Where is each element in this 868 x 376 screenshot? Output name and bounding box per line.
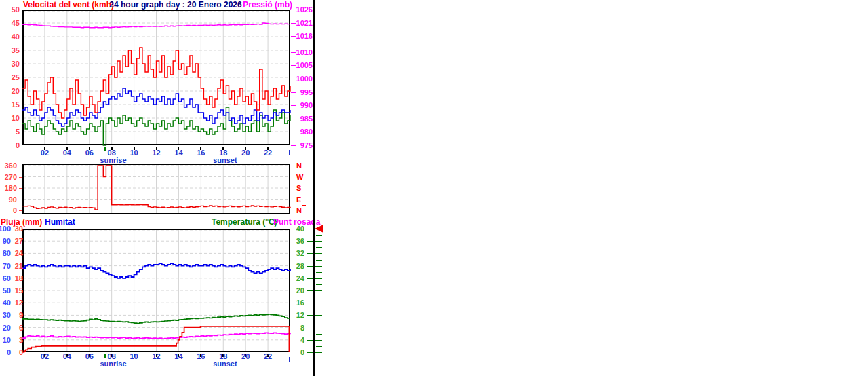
wind-speed-tick-label: 5 (16, 128, 20, 136)
humidity-tick-label: 50 (3, 286, 11, 295)
wind-speed-tick-label: 35 (12, 46, 20, 54)
wind-pressure-plot (22, 10, 290, 145)
rain-tick-label: 12 (15, 299, 23, 307)
x-tick-label: 20 (241, 149, 250, 157)
pressure-tick-label: 1010 (296, 48, 313, 56)
temperature-minor-tick (316, 297, 322, 297)
temperature-tick-label: 12 (296, 311, 304, 319)
rain-tick-label: 21 (15, 262, 23, 270)
wind-axis-title: Velocitat del vent (kmh) (23, 1, 114, 10)
wind-speed-tick-label: 15 (12, 100, 20, 109)
temperature-tick-label: 20 (296, 286, 304, 295)
direction-tick (19, 188, 22, 189)
pressure-axis-title: Pressió (mb) (243, 1, 292, 10)
pressure-tick (291, 92, 296, 93)
x-tick-label: 14 (174, 352, 182, 360)
direction-tick-label: 360 (5, 162, 17, 170)
temperature-minor-tick (316, 334, 322, 335)
wind-speed-tick-label: 25 (12, 73, 20, 81)
temperature-tick-label: 28 (296, 262, 304, 270)
direction-tick-label: 180 (5, 184, 17, 192)
pressure-tick (291, 52, 296, 53)
pressure-tick (291, 36, 296, 37)
temperature-tick-label: 16 (296, 299, 304, 307)
pressure-tick-label: 1026 (296, 5, 313, 14)
direction-tick (19, 177, 22, 178)
wind-speed-tick-label: 40 (12, 33, 20, 41)
humidity-tick-label: 70 (3, 262, 11, 270)
graph-title: 24 hour graph day : 20 Enero 2026 (109, 1, 241, 10)
sunrise-label: sunrise (100, 360, 126, 368)
pressure-tick (291, 79, 296, 79)
x-tick-label: 16 (197, 149, 205, 157)
sunset-label: sunset (213, 156, 237, 164)
rain-tick-label: 24 (15, 249, 23, 257)
rain-tick-label: 6 (19, 324, 23, 332)
rain-tick-label: 27 (15, 237, 23, 245)
rain-tick-label: 3 (19, 336, 23, 344)
temperature-tick-label: 24 (296, 274, 304, 282)
axis-end-mark (289, 357, 290, 362)
direction-tick-label: 90 (9, 195, 17, 204)
temperature-tick-label: 40 (296, 225, 304, 233)
temperature-minor-tick (316, 260, 322, 261)
temperature-tick-label: 0 (300, 348, 304, 356)
humidity-tick-label: 0 (7, 348, 11, 356)
temperature-tick-label: 4 (300, 336, 304, 344)
x-tick-label: 04 (63, 149, 71, 157)
rain-tick-label: 0 (19, 348, 23, 356)
temperature-minor-tick (316, 322, 322, 322)
temperature-minor-tick (316, 272, 322, 273)
pressure-tick-label: 990 (300, 101, 313, 109)
humidity-legend-label: Humitat (45, 218, 75, 227)
humidity-tick-label: 20 (3, 324, 11, 332)
wind-speed-tick-label: 45 (12, 19, 20, 27)
pressure-tick (291, 65, 296, 66)
humidity-tick-label: 80 (3, 249, 11, 257)
compass-label-n: N (296, 206, 302, 214)
temperature-legend-label: Temperatura (°C) (212, 218, 277, 227)
pressure-tick-label: 995 (300, 88, 313, 96)
x-tick-label: 16 (197, 352, 205, 360)
pressure-tick (291, 10, 296, 10)
rain-tick-label: 9 (19, 311, 23, 319)
humidity-tick-label: 90 (3, 237, 11, 245)
sunrise-tick (104, 147, 106, 151)
temperature-minor-tick (316, 284, 322, 285)
pressure-tick (291, 23, 296, 24)
wind-speed-tick-label: 30 (12, 60, 20, 68)
pressure-tick-label: 1021 (296, 19, 313, 27)
pressure-tick (291, 105, 296, 106)
x-tick-label: 12 (152, 352, 160, 360)
humidity-tick-label: 10 (3, 336, 11, 344)
pressure-tick-label: 980 (300, 128, 313, 136)
x-tick-label: 14 (174, 149, 182, 157)
sunset-label: sunset (213, 360, 237, 368)
pressure-tick (291, 132, 296, 132)
humidity-tick-label: 100 (0, 225, 11, 233)
direction-tick-label: 270 (5, 173, 17, 181)
temperature-minor-tick (316, 346, 322, 347)
temperature-tick-label: 36 (296, 237, 304, 245)
window-frame-line (313, 0, 315, 376)
temperature-tick-label: 32 (296, 249, 304, 257)
pressure-tick-label: 975 (300, 141, 313, 149)
rain-tick-label: 18 (15, 274, 23, 282)
humidity-tick-label: 60 (3, 274, 11, 282)
sunrise-label: sunrise (100, 156, 126, 164)
rain-tick-label: 30 (15, 225, 23, 233)
axis-end-mark (289, 150, 290, 155)
x-tick-label: 22 (264, 352, 272, 360)
x-tick-label: 22 (264, 149, 272, 157)
temperature-tick-label: 8 (300, 324, 304, 332)
current-value-marker-icon (315, 225, 323, 233)
weather-graph-window: Velocitat del vent (kmh) 24 hour graph d… (0, 0, 868, 376)
compass-label-w: W (296, 173, 303, 181)
rain-humidity-temperature-plot (22, 229, 290, 352)
x-tick-label: 02 (41, 149, 49, 157)
compass-label-e: E (296, 195, 301, 204)
direction-tick (19, 210, 22, 211)
pressure-tick (291, 145, 296, 146)
wind-speed-tick-label: 0 (16, 141, 20, 149)
humidity-tick-label: 30 (3, 311, 11, 319)
